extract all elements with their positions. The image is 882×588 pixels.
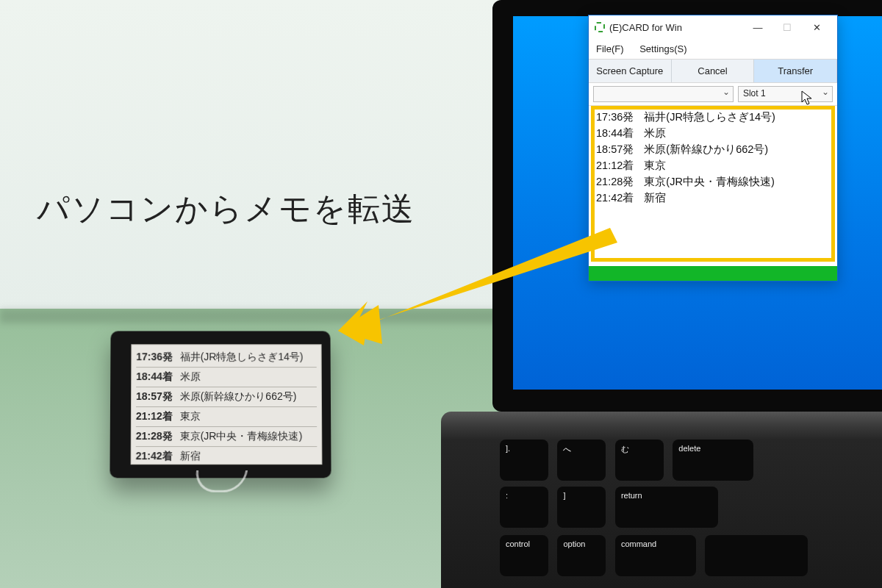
key-delete: delete	[673, 440, 753, 481]
window-title: (E)CARD for Win	[609, 22, 743, 33]
slot-combo[interactable]: Slot 1	[738, 86, 833, 102]
key-row: : ] return	[500, 487, 882, 528]
eink-time: 17:36発	[136, 351, 173, 362]
menu-settings[interactable]: Settings(S)	[639, 43, 686, 54]
key: :	[500, 487, 548, 528]
memo-text: 米原(新幹線ひかり662号)	[644, 143, 768, 155]
key: ]	[557, 487, 606, 528]
memo-text: 福井(JR特急しらさぎ14号)	[644, 111, 775, 123]
eink-row: 21:28発 東京(JR中央・青梅線快速)	[136, 427, 318, 447]
key: ].	[500, 440, 548, 481]
eink-time: 18:44着	[136, 370, 173, 382]
eink-row: 21:42着 新宿	[136, 447, 318, 466]
minimize-button[interactable]: —	[743, 18, 772, 36]
eink-text: 米原(新幹線ひかり662号)	[180, 390, 297, 402]
app-window: (E)CARD for Win — ☐ ✕ File(F) Settings(S…	[588, 15, 838, 282]
memo-time: 18:44着	[596, 127, 634, 139]
cancel-button[interactable]: Cancel	[672, 60, 755, 82]
window-titlebar[interactable]: (E)CARD for Win — ☐ ✕	[589, 15, 837, 39]
memo-line: 21:28発 東京(JR中央・青梅線快速)	[596, 175, 830, 189]
device-combo[interactable]	[593, 86, 734, 102]
laptop-keyboard-deck: ]. へ む delete : ] return control option …	[441, 412, 882, 588]
eink-text: 東京(JR中央・青梅線快速)	[180, 430, 303, 442]
eink-text: 米原	[180, 370, 201, 382]
eink-time: 21:12着	[136, 410, 173, 422]
eink-card-device: 17:36発 福井(JR特急しらさぎ14号) 18:44着 米原 18:57発 …	[110, 331, 331, 478]
eink-row: 17:36発 福井(JR特急しらさぎ14号)	[136, 348, 317, 368]
eink-screen: 17:36発 福井(JR特急しらさぎ14号) 18:44着 米原 18:57発 …	[131, 344, 323, 465]
slot-row: Slot 1	[589, 83, 837, 106]
toolbar: Screen Capture Cancel Transfer	[589, 59, 837, 83]
key-control: control	[500, 535, 548, 576]
eink-row: 18:44着 米原	[136, 368, 317, 387]
maximize-button[interactable]: ☐	[772, 18, 802, 36]
memo-time: 21:12着	[596, 159, 634, 171]
memo-text: 新宿	[644, 192, 666, 204]
memo-line: 21:12着 東京	[596, 159, 830, 173]
memo-time: 18:57発	[596, 143, 634, 155]
memo-text: 米原	[644, 127, 666, 139]
eink-time: 21:42着	[136, 450, 173, 462]
memo-time: 21:42着	[596, 192, 634, 204]
key-row: control option command	[500, 535, 882, 576]
key-space	[705, 535, 808, 576]
close-button[interactable]: ✕	[802, 18, 831, 36]
annotation-caption: パソコンからメモを転送	[37, 187, 415, 231]
eink-row: 18:57発 米原(新幹線ひかり662号)	[136, 387, 317, 407]
memo-text: 東京	[644, 159, 666, 171]
status-bar	[589, 266, 837, 281]
memo-line: 21:42着 新宿	[596, 191, 830, 205]
memo-line: 18:44着 米原	[596, 126, 830, 140]
memo-line: 18:57発 米原(新幹線ひかり662号)	[596, 143, 830, 157]
key-option: option	[557, 535, 606, 576]
menubar: File(F) Settings(S)	[589, 39, 837, 59]
key: へ	[557, 440, 606, 481]
memo-time: 17:36発	[596, 111, 634, 123]
eink-text: 新宿	[180, 450, 201, 462]
memo-time: 21:28発	[596, 176, 634, 187]
key: む	[615, 440, 664, 481]
menu-file[interactable]: File(F)	[596, 43, 624, 54]
transfer-button[interactable]: Transfer	[754, 60, 837, 82]
memo-text: 東京(JR中央・青梅線快速)	[644, 176, 774, 187]
memo-area[interactable]: 17:36発 福井(JR特急しらさぎ14号) 18:44着 米原 18:57発 …	[589, 106, 837, 266]
memo-line: 17:36発 福井(JR特急しらさぎ14号)	[596, 110, 830, 124]
eink-text: 福井(JR特急しらさぎ14号)	[180, 351, 304, 362]
eink-time: 21:28発	[136, 430, 173, 442]
eink-time: 18:57発	[136, 390, 173, 402]
eink-text: 東京	[180, 410, 201, 422]
key-row: ]. へ む delete	[500, 440, 882, 481]
app-icon	[595, 22, 605, 32]
key-command: command	[615, 535, 696, 576]
screen-capture-button[interactable]: Screen Capture	[589, 60, 672, 82]
eink-row: 21:12着 東京	[136, 407, 317, 427]
key-return: return	[615, 487, 718, 528]
